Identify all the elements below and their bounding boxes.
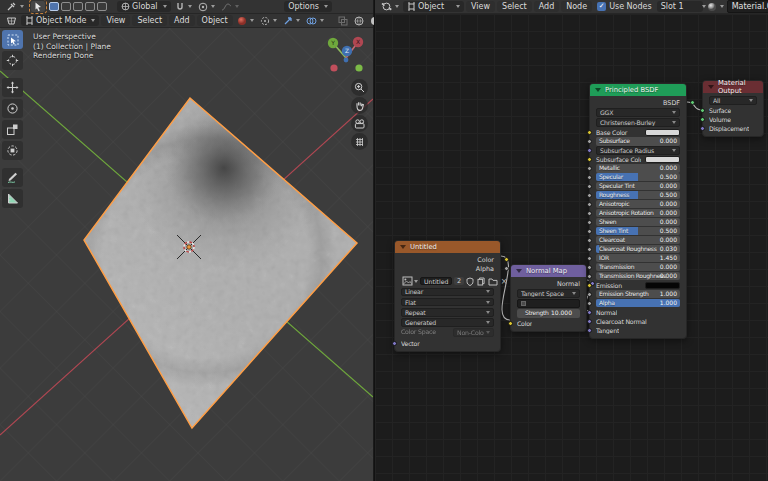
falloff-dropdown[interactable] (219, 1, 241, 13)
bsdf-input-specular-tint[interactable]: Specular Tint0.000 (596, 182, 680, 190)
specular-tint-slider[interactable]: Specular Tint0.000 (596, 182, 680, 190)
input-socket[interactable] (587, 202, 592, 207)
select-mode-extend[interactable] (61, 2, 71, 11)
input-socket[interactable] (587, 274, 592, 279)
proportional-editing-dropdown[interactable] (196, 1, 217, 13)
bsdf-input-alpha[interactable]: Alpha1.000 (596, 299, 680, 307)
anisotropic-slider[interactable]: Anisotropic0.000 (596, 200, 680, 208)
input-socket[interactable] (392, 341, 397, 346)
select-mode-new[interactable] (49, 2, 59, 11)
clearcoat-slider[interactable]: Clearcoat0.000 (596, 236, 680, 244)
material-name-field[interactable]: Material.001 (727, 0, 768, 13)
specular-slider[interactable]: Specular0.500 (596, 173, 680, 181)
material-browse-dropdown[interactable] (705, 1, 726, 13)
color-space-select[interactable]: Non-Color (453, 328, 494, 337)
collapse-icon[interactable] (708, 85, 714, 89)
image-copy-button[interactable] (477, 277, 485, 286)
input-socket[interactable] (700, 108, 705, 113)
input-socket[interactable] (587, 256, 592, 261)
zoom-view-button[interactable] (351, 79, 368, 96)
sheen-tint-slider[interactable]: Sheen Tint0.500 (596, 227, 680, 235)
input-socket[interactable] (587, 130, 592, 135)
node-principled-bsdf[interactable]: Principled BSDF BSDF GGX Christensen-Bur… (589, 83, 687, 339)
bsdf-input-clearcoat[interactable]: Clearcoat0.000 (596, 236, 680, 244)
material-output-header[interactable]: Material Output (703, 81, 763, 93)
bsdf-input-sheen[interactable]: Sheen0.000 (596, 218, 680, 226)
clearcoat-roughness-slider[interactable]: Clearcoat Roughness0.030 (596, 245, 680, 253)
camera-view-button[interactable] (351, 115, 368, 132)
pan-view-button[interactable] (351, 97, 368, 114)
image-texture-header[interactable]: Untitled (395, 241, 500, 253)
input-socket[interactable] (587, 184, 592, 189)
normal-output[interactable]: Normal (511, 279, 586, 288)
overlays-dropdown[interactable] (304, 15, 326, 27)
output-socket[interactable] (504, 266, 509, 271)
subsurface-slider[interactable]: Subsurface0.000 (596, 137, 680, 145)
emission-strength-slider[interactable]: Emission Strength1.000 (596, 290, 680, 298)
bsdf-input-anisotropic[interactable]: Anisotropic0.000 (596, 200, 680, 208)
bsdf-input-transmission-roughness[interactable]: Transmission Roughness0.000 (596, 272, 680, 280)
displacement-input[interactable]: Displacement (709, 124, 757, 132)
editor-type-button[interactable] (4, 14, 19, 27)
normal-map-header[interactable]: Normal Map (511, 265, 586, 277)
menu-select[interactable]: Select (132, 15, 167, 26)
input-socket[interactable] (587, 166, 592, 171)
input-socket[interactable] (587, 157, 592, 162)
surface-input[interactable]: Surface (709, 106, 757, 114)
node-menu-select[interactable]: Select (497, 1, 532, 12)
base-color-swatch[interactable] (645, 129, 680, 136)
transmission-slider[interactable]: Transmission0.000 (596, 263, 680, 271)
tool-move-button[interactable] (2, 78, 23, 97)
collapse-icon[interactable] (516, 269, 522, 273)
sheen-slider[interactable]: Sheen0.000 (596, 218, 680, 226)
node-menu-node[interactable]: Node (561, 1, 592, 12)
tool-scale-button[interactable] (2, 120, 23, 139)
bsdf-input-ior[interactable]: IOR1.450 (596, 254, 680, 262)
node-material-output[interactable]: Material Output All Surface Volume Displ… (702, 80, 764, 137)
bsdf-input-clearcoat-normal[interactable]: Clearcoat Normal (596, 317, 680, 325)
bsdf-input-emission[interactable]: Emission (596, 281, 680, 289)
input-socket[interactable] (700, 126, 705, 131)
input-socket[interactable] (587, 247, 592, 252)
shading-wireframe-button[interactable] (352, 15, 366, 27)
node-menu-add[interactable]: Add (534, 1, 560, 12)
pivot-point-dropdown[interactable] (258, 15, 279, 27)
collapse-icon[interactable] (595, 88, 601, 92)
volume-input[interactable]: Volume (709, 115, 757, 123)
node-menu-view[interactable]: View (466, 1, 495, 12)
active-tool-button[interactable] (31, 1, 45, 12)
target-select[interactable]: All (709, 96, 757, 105)
active-tool-dropdown[interactable] (4, 0, 26, 13)
options-dropdown[interactable]: Options (284, 1, 332, 12)
input-socket[interactable] (587, 328, 592, 333)
bsdf-input-anisotropic-rotation[interactable]: Anisotropic Rotation0.000 (596, 209, 680, 217)
input-socket[interactable] (587, 283, 592, 288)
input-socket[interactable] (587, 301, 592, 306)
source-select[interactable]: Generated (401, 318, 494, 327)
slot-dropdown[interactable]: Slot 1 (657, 1, 703, 12)
collapse-icon[interactable] (400, 245, 406, 249)
space-select[interactable]: Tangent Space (517, 289, 580, 298)
bsdf-input-clearcoat-roughness[interactable]: Clearcoat Roughness0.030 (596, 245, 680, 253)
bsdf-output[interactable]: BSDF (590, 98, 686, 107)
output-socket[interactable] (504, 257, 509, 262)
image-browse-dropdown[interactable] (402, 276, 418, 286)
select-mode-intersect[interactable] (97, 2, 107, 11)
input-socket[interactable] (587, 220, 592, 225)
bsdf-input-subsurface-radius[interactable]: Subsurface Radius (596, 146, 680, 154)
uv-map-field[interactable] (517, 299, 580, 308)
menu-object[interactable]: Object (197, 15, 233, 26)
mode-dropdown[interactable]: Object Mode (21, 15, 99, 26)
input-socket[interactable] (587, 148, 592, 153)
alpha-output[interactable]: Alpha (395, 264, 500, 273)
principled-bsdf-header[interactable]: Principled BSDF (590, 84, 686, 96)
bsdf-input-metallic[interactable]: Metallic0.000 (596, 164, 680, 172)
strength-slider[interactable]: Strength 10.000 (517, 309, 580, 317)
input-socket[interactable] (587, 211, 592, 216)
select-mode-invert[interactable] (85, 2, 95, 11)
alpha-slider[interactable]: Alpha1.000 (596, 299, 680, 307)
bsdf-input-specular[interactable]: Specular0.500 (596, 173, 680, 181)
gizmo-x-neg[interactable] (330, 64, 337, 71)
input-socket[interactable] (508, 321, 513, 326)
tool-measure-button[interactable] (2, 189, 23, 208)
